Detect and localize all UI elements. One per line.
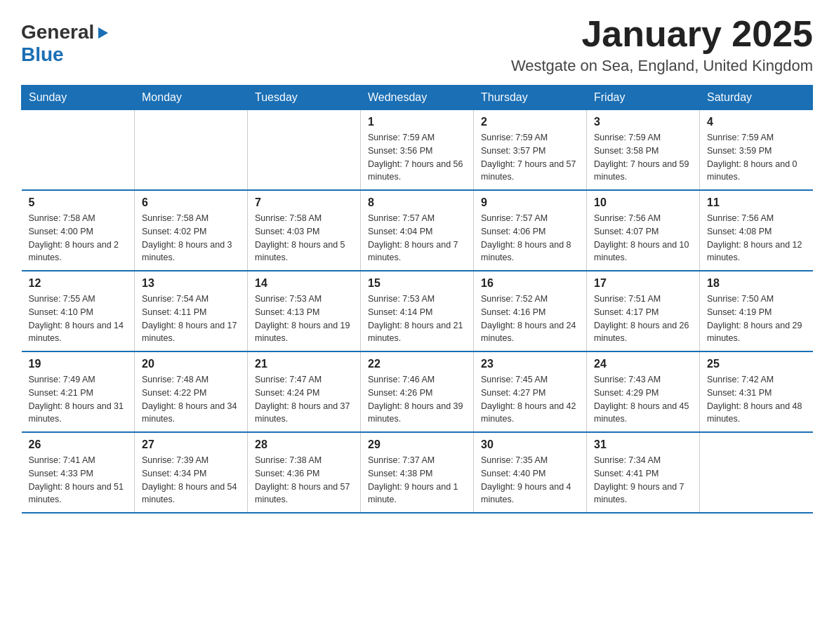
calendar-cell: 1Sunrise: 7:59 AM Sunset: 3:56 PM Daylig… — [361, 110, 474, 191]
day-info: Sunrise: 7:39 AM Sunset: 4:34 PM Dayligh… — [142, 454, 240, 507]
day-info: Sunrise: 7:52 AM Sunset: 4:16 PM Dayligh… — [481, 293, 579, 345]
day-info: Sunrise: 7:35 AM Sunset: 4:40 PM Dayligh… — [481, 454, 579, 507]
calendar-cell: 23Sunrise: 7:45 AM Sunset: 4:27 PM Dayli… — [474, 351, 587, 432]
day-info: Sunrise: 7:54 AM Sunset: 4:11 PM Dayligh… — [142, 293, 240, 345]
day-info: Sunrise: 7:48 AM Sunset: 4:22 PM Dayligh… — [142, 373, 240, 426]
day-number: 4 — [707, 116, 806, 128]
day-number: 6 — [142, 196, 240, 209]
day-number: 10 — [594, 196, 692, 209]
calendar-table: SundayMondayTuesdayWednesdayThursdayFrid… — [21, 85, 813, 514]
calendar-body: 1Sunrise: 7:59 AM Sunset: 3:56 PM Daylig… — [22, 110, 813, 514]
calendar-cell: 13Sunrise: 7:54 AM Sunset: 4:11 PM Dayli… — [135, 271, 248, 351]
day-info: Sunrise: 7:41 AM Sunset: 4:33 PM Dayligh… — [29, 454, 128, 507]
day-number: 30 — [481, 438, 579, 451]
day-number: 25 — [707, 358, 806, 370]
day-number: 15 — [368, 277, 466, 290]
day-number: 31 — [594, 438, 692, 451]
day-info: Sunrise: 7:59 AM Sunset: 3:56 PM Dayligh… — [368, 131, 466, 184]
calendar-cell: 30Sunrise: 7:35 AM Sunset: 4:40 PM Dayli… — [474, 432, 587, 513]
calendar-cell — [248, 110, 361, 191]
day-info: Sunrise: 7:57 AM Sunset: 4:04 PM Dayligh… — [368, 212, 466, 264]
day-number: 22 — [368, 358, 466, 370]
day-info: Sunrise: 7:58 AM Sunset: 4:02 PM Dayligh… — [142, 212, 240, 264]
day-info: Sunrise: 7:37 AM Sunset: 4:38 PM Dayligh… — [368, 454, 466, 507]
calendar-cell: 2Sunrise: 7:59 AM Sunset: 3:57 PM Daylig… — [474, 110, 587, 191]
day-header-thursday: Thursday — [474, 86, 587, 110]
logo: General Blue — [21, 21, 110, 66]
day-info: Sunrise: 7:59 AM Sunset: 3:58 PM Dayligh… — [594, 131, 692, 184]
day-number: 8 — [368, 196, 466, 209]
calendar-cell: 11Sunrise: 7:56 AM Sunset: 4:08 PM Dayli… — [700, 190, 813, 271]
calendar-cell: 19Sunrise: 7:49 AM Sunset: 4:21 PM Dayli… — [22, 351, 135, 432]
day-number: 7 — [255, 196, 353, 209]
day-info: Sunrise: 7:53 AM Sunset: 4:13 PM Dayligh… — [255, 293, 353, 345]
calendar-cell: 20Sunrise: 7:48 AM Sunset: 4:22 PM Dayli… — [135, 351, 248, 432]
calendar-cell: 9Sunrise: 7:57 AM Sunset: 4:06 PM Daylig… — [474, 190, 587, 271]
calendar-cell — [700, 432, 813, 513]
day-header-saturday: Saturday — [700, 86, 813, 110]
calendar-cell: 29Sunrise: 7:37 AM Sunset: 4:38 PM Dayli… — [361, 432, 474, 513]
day-info: Sunrise: 7:51 AM Sunset: 4:17 PM Dayligh… — [594, 293, 692, 345]
calendar-cell: 5Sunrise: 7:58 AM Sunset: 4:00 PM Daylig… — [22, 190, 135, 271]
calendar-subtitle: Westgate on Sea, England, United Kingdom — [511, 57, 813, 75]
day-number: 12 — [29, 277, 128, 290]
calendar-cell — [22, 110, 135, 191]
day-number: 3 — [594, 116, 692, 128]
day-number: 20 — [142, 358, 240, 370]
calendar-cell: 10Sunrise: 7:56 AM Sunset: 4:07 PM Dayli… — [587, 190, 700, 271]
calendar-cell: 3Sunrise: 7:59 AM Sunset: 3:58 PM Daylig… — [587, 110, 700, 191]
day-number: 13 — [142, 277, 240, 290]
header-area: General Blue January 2025 Westgate on Se… — [21, 14, 813, 75]
day-info: Sunrise: 7:58 AM Sunset: 4:00 PM Dayligh… — [29, 212, 128, 264]
calendar-cell: 8Sunrise: 7:57 AM Sunset: 4:04 PM Daylig… — [361, 190, 474, 271]
day-info: Sunrise: 7:56 AM Sunset: 4:08 PM Dayligh… — [707, 212, 806, 264]
day-info: Sunrise: 7:34 AM Sunset: 4:41 PM Dayligh… — [594, 454, 692, 507]
day-info: Sunrise: 7:47 AM Sunset: 4:24 PM Dayligh… — [255, 373, 353, 426]
day-number: 17 — [594, 277, 692, 290]
calendar-week-5: 26Sunrise: 7:41 AM Sunset: 4:33 PM Dayli… — [22, 432, 813, 513]
logo-general-text: General — [21, 21, 94, 43]
calendar-cell: 12Sunrise: 7:55 AM Sunset: 4:10 PM Dayli… — [22, 271, 135, 351]
day-number: 2 — [481, 116, 579, 128]
day-number: 19 — [29, 358, 128, 370]
logo-arrow-icon — [95, 26, 110, 40]
calendar-cell: 25Sunrise: 7:42 AM Sunset: 4:31 PM Dayli… — [700, 351, 813, 432]
day-info: Sunrise: 7:53 AM Sunset: 4:14 PM Dayligh… — [368, 293, 466, 345]
logo-blue-text: Blue — [21, 43, 64, 65]
calendar-cell: 18Sunrise: 7:50 AM Sunset: 4:19 PM Dayli… — [700, 271, 813, 351]
day-info: Sunrise: 7:58 AM Sunset: 4:03 PM Dayligh… — [255, 212, 353, 264]
calendar-cell: 14Sunrise: 7:53 AM Sunset: 4:13 PM Dayli… — [248, 271, 361, 351]
day-number: 16 — [481, 277, 579, 290]
day-header-wednesday: Wednesday — [361, 86, 474, 110]
calendar-week-1: 1Sunrise: 7:59 AM Sunset: 3:56 PM Daylig… — [22, 110, 813, 191]
calendar-cell: 28Sunrise: 7:38 AM Sunset: 4:36 PM Dayli… — [248, 432, 361, 513]
calendar-cell: 17Sunrise: 7:51 AM Sunset: 4:17 PM Dayli… — [587, 271, 700, 351]
calendar-cell: 6Sunrise: 7:58 AM Sunset: 4:02 PM Daylig… — [135, 190, 248, 271]
calendar-week-4: 19Sunrise: 7:49 AM Sunset: 4:21 PM Dayli… — [22, 351, 813, 432]
day-number: 5 — [29, 196, 128, 209]
day-number: 21 — [255, 358, 353, 370]
day-number: 23 — [481, 358, 579, 370]
calendar-cell: 24Sunrise: 7:43 AM Sunset: 4:29 PM Dayli… — [587, 351, 700, 432]
day-info: Sunrise: 7:50 AM Sunset: 4:19 PM Dayligh… — [707, 293, 806, 345]
calendar-cell: 15Sunrise: 7:53 AM Sunset: 4:14 PM Dayli… — [361, 271, 474, 351]
day-info: Sunrise: 7:38 AM Sunset: 4:36 PM Dayligh… — [255, 454, 353, 507]
calendar-cell: 26Sunrise: 7:41 AM Sunset: 4:33 PM Dayli… — [22, 432, 135, 513]
day-info: Sunrise: 7:46 AM Sunset: 4:26 PM Dayligh… — [368, 373, 466, 426]
day-number: 26 — [29, 438, 128, 451]
day-info: Sunrise: 7:59 AM Sunset: 3:57 PM Dayligh… — [481, 131, 579, 184]
calendar-cell: 16Sunrise: 7:52 AM Sunset: 4:16 PM Dayli… — [474, 271, 587, 351]
day-number: 11 — [707, 196, 806, 209]
day-info: Sunrise: 7:59 AM Sunset: 3:59 PM Dayligh… — [707, 131, 806, 184]
svg-marker-0 — [98, 27, 108, 39]
calendar-title: January 2025 — [511, 14, 813, 54]
day-number: 1 — [368, 116, 466, 128]
day-number: 24 — [594, 358, 692, 370]
day-header-friday: Friday — [587, 86, 700, 110]
day-number: 18 — [707, 277, 806, 290]
day-info: Sunrise: 7:56 AM Sunset: 4:07 PM Dayligh… — [594, 212, 692, 264]
calendar-cell: 7Sunrise: 7:58 AM Sunset: 4:03 PM Daylig… — [248, 190, 361, 271]
calendar-header: SundayMondayTuesdayWednesdayThursdayFrid… — [22, 86, 813, 110]
day-header-sunday: Sunday — [22, 86, 135, 110]
day-header-tuesday: Tuesday — [248, 86, 361, 110]
